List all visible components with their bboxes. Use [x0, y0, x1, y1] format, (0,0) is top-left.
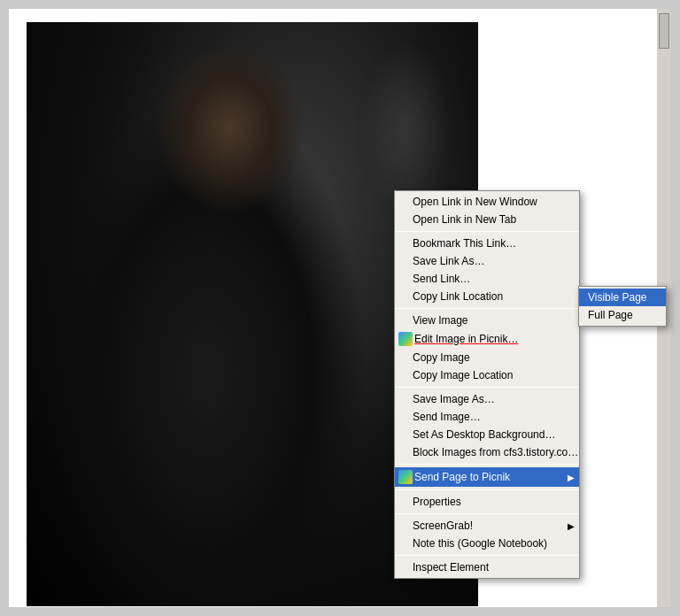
submenu-label: Full Page — [588, 309, 633, 321]
menu-item-view-image[interactable]: View Image — [395, 312, 579, 329]
menu-label: Set As Desktop Background… — [413, 428, 555, 441]
menu-label: Open Link in New Tab — [413, 213, 516, 226]
menu-label: Edit Image in Picnik… — [414, 333, 518, 345]
picnik-icon — [398, 332, 413, 346]
menu-label: Save Link As… — [413, 255, 484, 267]
menu-label: Send Page to Picnik — [414, 471, 510, 483]
picnik-icon — [398, 470, 413, 484]
menu-label: View Image — [413, 314, 468, 327]
menu-label: Block Images from cfs3.tistory.co… — [413, 446, 578, 458]
submenu-send-page: Visible Page Full Page — [578, 286, 667, 327]
separator — [395, 555, 579, 556]
separator — [395, 231, 579, 232]
separator — [395, 489, 579, 490]
menu-item-bookmark[interactable]: Bookmark This Link… — [395, 235, 579, 252]
menu-item-open-link-new-window[interactable]: Open Link in New Window — [395, 193, 579, 211]
menu-item-block-images[interactable]: Block Images from cfs3.tistory.co… — [395, 443, 579, 461]
menu-item-properties[interactable]: Properties — [395, 493, 579, 511]
menu-item-copy-link-location[interactable]: Copy Link Location — [395, 288, 579, 305]
menu-item-open-link-new-tab[interactable]: Open Link in New Tab — [395, 211, 579, 228]
menu-label: Send Image… — [413, 411, 481, 423]
menu-item-send-page-picnik[interactable]: Send Page to Picnik ▶ — [395, 467, 579, 487]
menu-item-set-desktop-bg[interactable]: Set As Desktop Background… — [395, 426, 579, 443]
separator — [395, 513, 579, 514]
menu-label: Copy Image Location — [413, 369, 513, 381]
submenu-label: Visible Page — [588, 291, 647, 304]
menu-label: Inspect Element — [413, 561, 489, 574]
menu-label: Open Link in New Window — [413, 196, 537, 208]
menu-item-note-this[interactable]: Note this (Google Notebook) — [395, 535, 579, 552]
menu-label: Copy Link Location — [413, 290, 503, 303]
browser-window: Open Link in New Window Open Link in New… — [9, 9, 671, 607]
menu-item-send-link[interactable]: Send Link… — [395, 270, 579, 288]
menu-label: Note this (Google Notebook) — [413, 537, 547, 550]
context-menu: Open Link in New Window Open Link in New… — [394, 190, 580, 579]
submenu-item-full-page[interactable]: Full Page — [579, 306, 666, 324]
separator — [395, 464, 579, 465]
menu-item-send-image[interactable]: Send Image… — [395, 408, 579, 426]
menu-label: Copy Image — [413, 351, 470, 364]
menu-label: Properties — [413, 496, 461, 508]
menu-label: ScreenGrab! — [413, 520, 473, 532]
menu-item-edit-image-picnik[interactable]: Edit Image in Picnik… — [395, 329, 579, 349]
menu-item-screengrab[interactable]: ScreenGrab! ▶ — [395, 517, 579, 535]
submenu-item-visible-page[interactable]: Visible Page — [579, 289, 666, 306]
separator — [395, 308, 579, 309]
menu-item-inspect-element[interactable]: Inspect Element — [395, 558, 579, 576]
submenu-arrow-icon: ▶ — [568, 473, 575, 482]
scrollbar-thumb[interactable] — [659, 13, 669, 49]
menu-item-copy-image[interactable]: Copy Image — [395, 349, 579, 366]
menu-label: Bookmark This Link… — [413, 237, 516, 250]
menu-item-save-image-as[interactable]: Save Image As… — [395, 390, 579, 408]
menu-item-copy-image-location[interactable]: Copy Image Location — [395, 366, 579, 384]
menu-label: Save Image As… — [413, 393, 495, 405]
separator — [395, 387, 579, 388]
menu-label: Send Link… — [413, 273, 470, 285]
submenu-arrow-icon: ▶ — [568, 521, 575, 531]
menu-item-save-link[interactable]: Save Link As… — [395, 252, 579, 270]
